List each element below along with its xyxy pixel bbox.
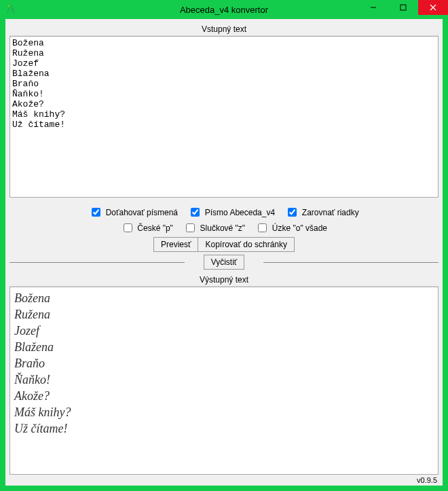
output-group-label: Výstupný text (10, 274, 438, 286)
checkbox-sluckove-z[interactable]: Slučkové "z" (183, 223, 247, 233)
minimize-icon (370, 4, 377, 11)
checkbox-pismo-input[interactable] (191, 208, 200, 217)
button-row-main: PreviesťKopírovať do schránky (5, 237, 443, 252)
checkbox-dotahovat-input[interactable] (92, 208, 100, 217)
checkbox-label: Písmo Abeceda_v4 (205, 208, 275, 217)
convert-button[interactable]: Previesť (153, 237, 199, 252)
checkbox-uzke-o-input[interactable] (258, 223, 267, 232)
window-controls (358, 0, 448, 15)
options-panel: Doťahovať písmená Písmo Abeceda_v4 Zarov… (5, 198, 443, 274)
input-group: Vstupný text (10, 23, 438, 36)
output-group: Výstupný text (10, 274, 438, 287)
checkbox-label: Slučkové "z" (200, 223, 246, 233)
checkbox-dotahovat[interactable]: Doťahovať písmená (89, 208, 180, 217)
checkbox-pismo[interactable]: Písmo Abeceda_v4 (188, 208, 277, 217)
titlebar[interactable]: Abeceda_v4 konvertor (0, 0, 448, 19)
checkbox-label: Zarovnať riadky (302, 208, 359, 217)
maximize-button[interactable] (388, 0, 418, 15)
button-row-clear: Vyčistiť (5, 255, 443, 270)
client-area: Vstupný text Doťahovať písmená Písmo Abe… (5, 19, 443, 486)
input-textarea[interactable] (10, 36, 438, 198)
close-button[interactable] (418, 0, 448, 15)
checkbox-uzke-o[interactable]: Úzke "o" všade (255, 223, 327, 233)
app-window: Abeceda_v4 konvertor Vstupný text Doťaho… (0, 0, 448, 491)
checkbox-ceske-p[interactable]: České "p" (121, 223, 175, 233)
checkbox-zarovnat-input[interactable] (288, 208, 297, 217)
clear-button[interactable]: Vyčistiť (204, 255, 245, 270)
close-icon (430, 4, 436, 11)
svg-rect-1 (400, 5, 406, 10)
checkbox-sluckove-z-input[interactable] (186, 223, 195, 232)
output-container: Božena Ružena Jozef Blažena Braňo Ňaňko!… (10, 287, 438, 475)
version-label: v0.9.5 (5, 475, 443, 486)
checkbox-ceske-p-input[interactable] (124, 223, 132, 232)
copy-button[interactable]: Kopírovať do schránky (198, 237, 295, 252)
options-row-2: České "p" Slučkové "z" Úzke "o" všade (5, 221, 443, 234)
output-text: Božena Ružena Jozef Blažena Braňo Ňaňko!… (10, 287, 438, 439)
checkbox-label: Doťahovať písmená (106, 208, 178, 217)
checkbox-label: Úzke "o" všade (272, 223, 327, 233)
options-row-1: Doťahovať písmená Písmo Abeceda_v4 Zarov… (5, 206, 443, 219)
maximize-icon (400, 4, 407, 11)
minimize-button[interactable] (358, 0, 388, 15)
checkbox-label: České "p" (137, 223, 173, 233)
checkbox-zarovnat[interactable]: Zarovnať riadky (285, 208, 358, 217)
input-group-label: Vstupný text (10, 23, 438, 35)
app-icon (5, 4, 16, 15)
